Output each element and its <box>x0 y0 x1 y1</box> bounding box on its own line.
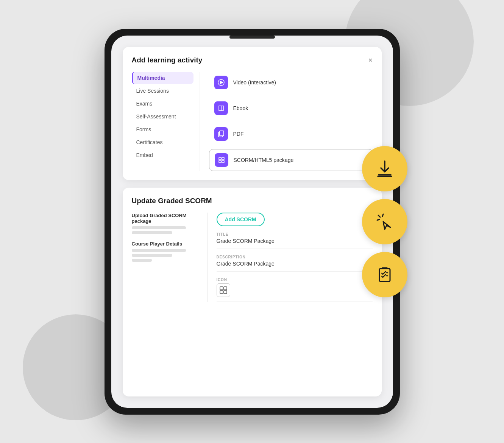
svg-rect-12 <box>220 291 223 294</box>
upload-label: Upload Graded SCORM package <box>132 213 200 224</box>
sidebar-item-embed[interactable]: Embed <box>132 149 193 161</box>
upload-section: Upload Graded SCORM package <box>132 213 200 234</box>
tablet: Add learning activity × Multimedia Live … <box>105 29 400 415</box>
icon-label: ICON <box>217 278 373 282</box>
activity-list: Video (Interactive) Ebook <box>200 72 373 171</box>
svg-rect-9 <box>222 160 224 163</box>
scorm-right-panel: Add SCORM TITLE Grade SCORM Package DESC… <box>208 213 373 302</box>
svg-rect-13 <box>224 291 227 294</box>
scorm-card: Update Graded SCORM Upload Graded SCORM … <box>123 188 382 396</box>
svg-rect-8 <box>219 160 221 163</box>
sidebar-item-forms[interactable]: Forms <box>132 123 193 135</box>
placeholder-line-2 <box>132 231 172 234</box>
nav-sidebar: Multimedia Live Sessions Exams Self-Asse… <box>132 72 200 171</box>
placeholder-line-1 <box>132 226 186 229</box>
title-value: Grade SCORM Package <box>217 238 373 244</box>
scorm-icon-bg <box>215 153 228 167</box>
play-icon <box>217 79 225 86</box>
video-icon-bg <box>214 76 228 89</box>
title-label: TITLE <box>217 232 373 236</box>
svg-rect-6 <box>219 157 221 160</box>
scorm-left-panel: Upload Graded SCORM package Course Playe… <box>132 213 208 302</box>
activity-scorm[interactable]: SCORM/HTML5 package <box>209 149 373 171</box>
icon-preview <box>217 283 230 297</box>
checklist-icon <box>374 264 395 285</box>
yellow-circles <box>362 146 407 297</box>
add-activity-modal: Add learning activity × Multimedia Live … <box>123 47 382 180</box>
modal-body: Multimedia Live Sessions Exams Self-Asse… <box>132 72 373 171</box>
title-field: TITLE Grade SCORM Package <box>217 232 373 249</box>
upload-placeholders <box>132 226 200 234</box>
scorm-panel-title: Update Graded SCORM <box>132 197 373 205</box>
download-circle <box>362 146 407 191</box>
activity-pdf[interactable]: PDF <box>209 123 373 145</box>
add-scorm-button[interactable]: Add SCORM <box>217 213 265 226</box>
scorm-grid-preview-icon <box>219 286 228 294</box>
svg-marker-2 <box>220 81 223 84</box>
close-button[interactable]: × <box>368 57 373 64</box>
ebook-icon-bg <box>214 101 228 115</box>
book-icon <box>217 104 225 112</box>
pdf-icon-bg <box>214 127 228 141</box>
svg-rect-7 <box>222 157 224 160</box>
tablet-screen: Add learning activity × Multimedia Live … <box>111 36 393 408</box>
sidebar-item-live-sessions[interactable]: Live Sessions <box>132 85 193 97</box>
sidebar-item-self-assessment[interactable]: Self-Assessment <box>132 110 193 123</box>
tablet-wrapper: Add learning activity × Multimedia Live … <box>105 29 400 415</box>
sidebar-item-exams[interactable]: Exams <box>132 98 193 110</box>
description-label: DESCRIPTION <box>217 255 373 259</box>
tablet-notch <box>229 36 275 39</box>
cursor-icon <box>374 211 395 232</box>
download-icon <box>374 158 395 179</box>
placeholder-line-5 <box>132 259 152 262</box>
sidebar-item-multimedia[interactable]: Multimedia <box>132 72 193 84</box>
svg-rect-10 <box>220 287 223 290</box>
description-field: DESCRIPTION Grade SCORM Package <box>217 255 373 272</box>
copy-icon <box>217 130 225 138</box>
player-label: Course Player Details <box>132 241 200 247</box>
activity-ebook[interactable]: Ebook <box>209 98 373 119</box>
svg-rect-4 <box>220 131 224 136</box>
description-value: Grade SCORM Package <box>217 261 373 267</box>
modal-header: Add learning activity × <box>132 56 373 64</box>
scorm-body: Upload Graded SCORM package Course Playe… <box>132 213 373 302</box>
grid-icon <box>218 156 225 164</box>
modal-title: Add learning activity <box>132 56 203 64</box>
checklist-circle <box>362 252 407 297</box>
activity-video[interactable]: Video (Interactive) <box>209 72 373 93</box>
icon-field: ICON <box>217 278 373 302</box>
sidebar-item-certificates[interactable]: Certificates <box>132 136 193 148</box>
svg-rect-11 <box>224 287 227 290</box>
placeholder-line-4 <box>132 254 172 257</box>
player-section: Course Player Details <box>132 241 200 262</box>
cursor-circle <box>362 199 407 244</box>
placeholder-line-3 <box>132 249 186 252</box>
player-placeholders <box>132 249 200 262</box>
